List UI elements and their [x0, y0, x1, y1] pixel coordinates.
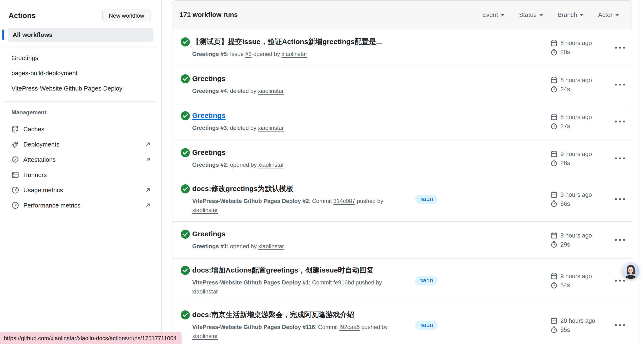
- run-sub-link[interactable]: xiaolinstar: [258, 88, 284, 94]
- run-meta: 20 hours ago 55s: [550, 317, 614, 333]
- sidebar-item-caches[interactable]: Caches: [0, 122, 162, 137]
- run-workflow-name: VitePress-Website Github Pages Deploy #1: [192, 279, 309, 286]
- calendar-icon: [550, 232, 558, 239]
- page-title: Actions: [8, 12, 36, 20]
- workflow-run-row[interactable]: Greetings Greetings #2: opened by xiaoli…: [172, 140, 632, 177]
- meter-icon: [12, 202, 19, 209]
- status-bar: https://github.com/xiaolinstar/xiaolin-d…: [0, 332, 182, 344]
- run-title[interactable]: Greetings: [192, 148, 284, 158]
- stopwatch-icon: [550, 122, 558, 130]
- run-workflow-name: VitePress-Website Github Pages Deploy #1…: [192, 324, 315, 330]
- success-check-icon: [181, 148, 190, 157]
- arrow-up-right-icon: [144, 202, 151, 209]
- run-sub-link[interactable]: f92caa6: [340, 324, 360, 330]
- run-duration: 54s: [560, 282, 570, 289]
- run-options-button[interactable]: [614, 117, 626, 126]
- run-actor-link[interactable]: xiaolinstar: [192, 288, 218, 295]
- run-duration: 56s: [560, 200, 570, 207]
- branch-badge[interactable]: main: [415, 195, 438, 204]
- workflow-run-row[interactable]: docs:修改greetings为默认模板 VitePress-Website …: [172, 177, 632, 221]
- sidebar-item-attestations[interactable]: Attestations: [0, 152, 162, 167]
- workflow-run-row[interactable]: Greetings Greetings #3: deleted by xiaol…: [172, 103, 632, 140]
- run-workflow-name: Greetings #3: [192, 124, 227, 131]
- success-check-icon: [181, 310, 190, 320]
- branch-badge[interactable]: main: [415, 276, 438, 286]
- sidebar-item-greetings[interactable]: Greetings: [0, 50, 162, 66]
- success-check-icon: [181, 230, 190, 239]
- run-duration: 55s: [560, 326, 570, 333]
- run-sub-link[interactable]: xiaolinstar: [258, 124, 284, 131]
- run-title[interactable]: docs:增加Actions配置greetings，创建issue时自动回复: [192, 265, 402, 275]
- run-subtitle: Greetings #3: deleted by xiaolinstar: [192, 124, 284, 132]
- run-title[interactable]: docs:修改greetings为默认模板: [192, 184, 402, 194]
- run-options-button[interactable]: [614, 154, 626, 163]
- workflow-run-row[interactable]: 【测试页】提交issue，验证Actions新增greetings配置是... …: [172, 29, 632, 66]
- sidebar-divider: [4, 101, 157, 102]
- run-meta: 8 hours ago 20s: [550, 40, 614, 56]
- calendar-icon: [550, 76, 558, 84]
- run-options-button[interactable]: [614, 276, 626, 285]
- run-title[interactable]: Greetings: [192, 229, 284, 239]
- run-title[interactable]: docs:南京生活新增桌游聚会，完成阿瓦隆游戏介绍: [192, 310, 402, 320]
- sidebar-item-label: Deployments: [23, 141, 60, 148]
- workflow-run-row[interactable]: docs:增加Actions配置greetings，创建issue时自动回复 V…: [172, 258, 632, 303]
- scrollbar-track[interactable]: [640, 0, 640, 344]
- runs-count: 171 workflow runs: [180, 11, 238, 18]
- run-title[interactable]: Greetings: [192, 110, 284, 120]
- run-title[interactable]: 【测试页】提交issue，验证Actions新增greetings配置是...: [192, 37, 382, 47]
- run-actor-link[interactable]: xiaolinstar: [282, 51, 307, 57]
- workflow-runs-panel: 171 workflow runs Event Status Branch Ac…: [172, 0, 632, 344]
- run-options-button[interactable]: [614, 43, 626, 52]
- run-subtitle: Greetings #4: deleted by xiaolinstar: [192, 86, 284, 96]
- run-sub-link[interactable]: #3: [245, 51, 252, 57]
- calendar-icon: [550, 40, 558, 47]
- arrow-up-right-icon: [144, 141, 151, 148]
- calendar-icon: [550, 150, 558, 158]
- sidebar-item-all-workflows[interactable]: All workflows: [8, 28, 154, 42]
- sidebar-item-label: Caches: [23, 126, 44, 133]
- run-workflow-name: Greetings #1: [192, 243, 227, 250]
- run-workflow-name: Greetings #2: [192, 162, 227, 168]
- active-nav-accent: [2, 30, 4, 40]
- sidebar-item-vitepress-deploy[interactable]: VitePress-Website Github Pages Deploy: [0, 81, 162, 96]
- chevron-down-icon: [616, 14, 619, 16]
- run-date: 9 hours ago: [560, 191, 592, 198]
- new-workflow-button[interactable]: New workflow: [102, 10, 150, 22]
- run-date: 9 hours ago: [560, 273, 592, 280]
- run-options-button[interactable]: [614, 236, 626, 244]
- run-options-button[interactable]: [614, 80, 626, 89]
- management-section-label: Management: [12, 109, 162, 116]
- sidebar-item-performance-metrics[interactable]: Performance metrics: [0, 198, 162, 213]
- run-title[interactable]: Greetings: [192, 74, 284, 84]
- avatar[interactable]: [622, 262, 639, 279]
- success-check-icon: [181, 184, 190, 194]
- filter-event[interactable]: Event: [482, 11, 504, 18]
- run-sub-link[interactable]: 314c087: [334, 198, 355, 204]
- run-actor-link[interactable]: xiaolinstar: [192, 207, 218, 213]
- workflow-run-row[interactable]: docs:南京生活新增桌游聚会，完成阿瓦隆游戏介绍 VitePress-Webs…: [172, 303, 632, 344]
- workflow-run-row[interactable]: Greetings Greetings #4: deleted by xiaol…: [172, 66, 632, 103]
- run-sub-link[interactable]: xiaolinstar: [258, 243, 284, 250]
- filter-status[interactable]: Status: [519, 11, 543, 18]
- run-meta: 9 hours ago 56s: [550, 191, 614, 207]
- runs-list: 【测试页】提交issue，验证Actions新增greetings配置是... …: [172, 29, 632, 344]
- run-duration: 27s: [560, 123, 570, 130]
- run-date: 20 hours ago: [560, 317, 595, 324]
- run-actor-link[interactable]: xiaolinstar: [192, 333, 218, 339]
- run-options-button[interactable]: [614, 195, 626, 204]
- sidebar-item-runners[interactable]: Runners: [0, 167, 162, 182]
- server-icon: [12, 171, 19, 179]
- success-check-icon: [181, 38, 190, 46]
- sidebar-item-usage-metrics[interactable]: Usage metrics: [0, 182, 162, 198]
- run-sub-link[interactable]: fe916bd: [334, 279, 354, 286]
- run-subtitle: VitePress-Website Github Pages Deploy #1…: [192, 278, 402, 296]
- chevron-down-icon: [580, 14, 583, 16]
- branch-badge[interactable]: main: [415, 321, 438, 330]
- sidebar-item-pages-build-deployment[interactable]: pages-build-deployment: [0, 66, 162, 81]
- run-sub-link[interactable]: xiaolinstar: [258, 162, 284, 168]
- sidebar-item-deployments[interactable]: Deployments: [0, 137, 162, 152]
- filter-branch[interactable]: Branch: [558, 11, 583, 18]
- filter-actor[interactable]: Actor: [598, 11, 619, 18]
- workflow-run-row[interactable]: Greetings Greetings #1: opened by xiaoli…: [172, 221, 632, 258]
- run-options-button[interactable]: [614, 321, 626, 330]
